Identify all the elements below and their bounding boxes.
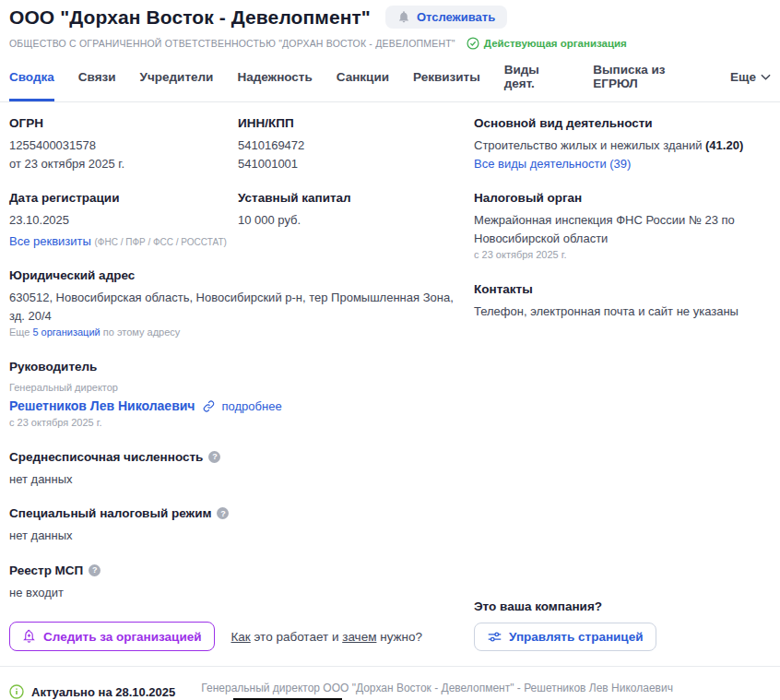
tab-uchrediteli[interactable]: Учредители (140, 63, 214, 101)
capital-block: Уставный капитал 10 000 руб. (238, 191, 472, 250)
tax-authority-since: с 23 октября 2025 г. (474, 247, 771, 264)
page-title: ООО "Дорхан Восток - Девелопмент" (9, 6, 371, 29)
follow-organization-button[interactable]: Следить за организацией (9, 622, 215, 651)
tax-regime-block: Специальный налоговый режим ? нет данных (9, 506, 472, 545)
headcount-block: Среднесписочная численность ? нет данных (9, 450, 472, 489)
reg-date-value: 23.10.2025 (9, 211, 238, 230)
manage-page-label: Управлять страницей (509, 630, 643, 644)
same-address-orgs-link[interactable]: 5 организаций (32, 326, 100, 338)
chevron-down-icon (761, 74, 771, 80)
ogrn-block: ОГРН 1255400031578 от 23 октября 2025 г. (9, 116, 238, 172)
main-activity-value: Строительство жилых и нежилых зданий (474, 138, 705, 152)
status-badge: Действующая организация (467, 37, 627, 50)
legal-address-block: Юридический адрес 630512, Новосибирская … (9, 268, 472, 341)
reg-date-label: Дата регистрации (9, 191, 238, 205)
tab-sankcii[interactable]: Санкции (337, 63, 389, 101)
headcount-help-icon[interactable]: ? (208, 451, 220, 463)
headcount-value: нет данных (9, 470, 472, 489)
headcount-label: Среднесписочная численность (9, 450, 203, 464)
tab-nadezhnost[interactable]: Надежность (237, 63, 312, 101)
follow-button[interactable]: Отслеживать (385, 6, 507, 29)
inn-kpp-block: ИНН/КПП 5410169472 541001001 (238, 116, 472, 172)
page-header: ООО "Дорхан Восток - Девелопмент" Отслеж… (0, 0, 780, 50)
tab-more[interactable]: Еще (730, 63, 771, 101)
ogrn-date: от 23 октября 2025 г. (9, 155, 238, 173)
right-column: Основной вид деятельности Строительство … (472, 116, 771, 651)
inn-kpp-label: ИНН/КПП (238, 116, 472, 130)
info-circle-icon (9, 684, 24, 699)
legal-address-value: 630512, Новосибирская область, Новосибир… (9, 289, 472, 325)
head-position: Генеральный директор (9, 380, 472, 397)
actual-info-row: Актуально на 28.10.2025 Генеральный дире… (0, 667, 780, 700)
company-full-name: ОБЩЕСТВО С ОГРАНИЧЕННОЙ ОТВЕТСТВЕННОСТЬЮ… (9, 38, 455, 49)
main-activity-label: Основной вид деятельности (474, 116, 771, 130)
link-icon (203, 400, 215, 412)
all-requisites-link[interactable]: Все реквизиты (9, 234, 91, 248)
ogrn-label: ОГРН (9, 116, 238, 130)
follow-button-label: Отслеживать (417, 10, 495, 24)
head-name-link[interactable]: Решетников Лев Николаевич (9, 398, 195, 413)
tab-bar: Сводка Связи Учредители Надежность Санкц… (0, 50, 780, 102)
address-more-suffix: по этому адресу (100, 326, 181, 338)
tab-more-label: Еще (730, 70, 756, 84)
legal-address-label: Юридический адрес (9, 268, 472, 282)
contacts-value: Телефон, электронная почта и сайт не ука… (474, 303, 771, 321)
address-more-prefix: Еще (9, 326, 32, 338)
how-link[interactable]: Как (231, 630, 251, 644)
follow-organization-label: Следить за организацией (43, 630, 202, 644)
tax-regime-help-icon[interactable]: ? (217, 507, 229, 519)
tax-authority-label: Налоговый орган (474, 191, 771, 205)
your-company-question: Это ваша компания? (474, 599, 771, 613)
head-since: с 23 октября 2025 г. (9, 415, 472, 432)
main-activity-block: Основной вид деятельности Строительство … (474, 116, 771, 172)
msp-help-icon[interactable]: ? (89, 564, 100, 576)
tab-rekvizity[interactable]: Реквизиты (413, 63, 480, 101)
head-block: Руководитель Генеральный директор Решетн… (9, 360, 472, 432)
contacts-label: Контакты (474, 282, 771, 296)
msp-value: не входит (9, 584, 472, 602)
why-link[interactable]: зачем (342, 630, 376, 644)
tab-vidy-deyat[interactable]: Виды деят. (504, 63, 570, 101)
actual-description: Генеральный директор ООО "Дорхан Восток … (201, 679, 673, 700)
company-summary-page: ООО "Дорхан Восток - Девелопмент" Отслеж… (0, 0, 780, 700)
kpp-value: 541001001 (238, 155, 472, 173)
main-activity-code: (41.20) (705, 138, 743, 152)
requisites-note: (ФНС / ПФР / ФСС / РОССТАТ) (94, 237, 226, 247)
msp-block: Реестр МСП ? не входит (9, 564, 472, 602)
capital-label: Уставный капитал (238, 191, 472, 205)
tab-vypiska-egrul[interactable]: Выписка из ЕГРЮЛ (593, 63, 706, 101)
tab-svyazi[interactable]: Связи (78, 63, 116, 101)
all-activities-link[interactable]: Все виды деятельности (39) (474, 157, 631, 171)
manage-page-button[interactable]: Управлять страницей (474, 623, 656, 651)
your-company-block: Это ваша компания? Управлять страницей (474, 599, 771, 651)
inn-value: 5410169472 (238, 136, 472, 155)
how-it-works-text: Как это работает и зачем нужно? (231, 630, 423, 644)
head-label: Руководитель (9, 360, 472, 374)
actual-date-label: Актуально на 28.10.2025 (31, 685, 175, 699)
ogrn-value: 1255400031578 (9, 136, 238, 155)
tab-svodka[interactable]: Сводка (9, 63, 54, 101)
tax-regime-label: Специальный налоговый режим (9, 506, 211, 520)
reg-date-block: Дата регистрации 23.10.2025 Все реквизит… (9, 191, 238, 250)
tax-authority-value: Межрайонная инспекция ФНС России № 23 по… (474, 211, 769, 247)
check-circle-icon (467, 37, 479, 50)
msp-label: Реестр МСП (9, 564, 83, 577)
status-badge-label: Действующая организация (484, 38, 627, 49)
head-details-link[interactable]: подробнее (222, 399, 282, 413)
summary-content: ОГРН 1255400031578 от 23 октября 2025 г.… (0, 102, 780, 651)
bell-icon (397, 10, 410, 24)
contacts-block: Контакты Телефон, электронная почта и са… (474, 282, 771, 321)
bell-plus-icon (22, 629, 36, 644)
tax-authority-block: Налоговый орган Межрайонная инспекция ФН… (474, 191, 771, 264)
tax-regime-value: нет данных (9, 527, 472, 545)
capital-value: 10 000 руб. (238, 211, 472, 230)
sliders-icon (488, 631, 502, 643)
